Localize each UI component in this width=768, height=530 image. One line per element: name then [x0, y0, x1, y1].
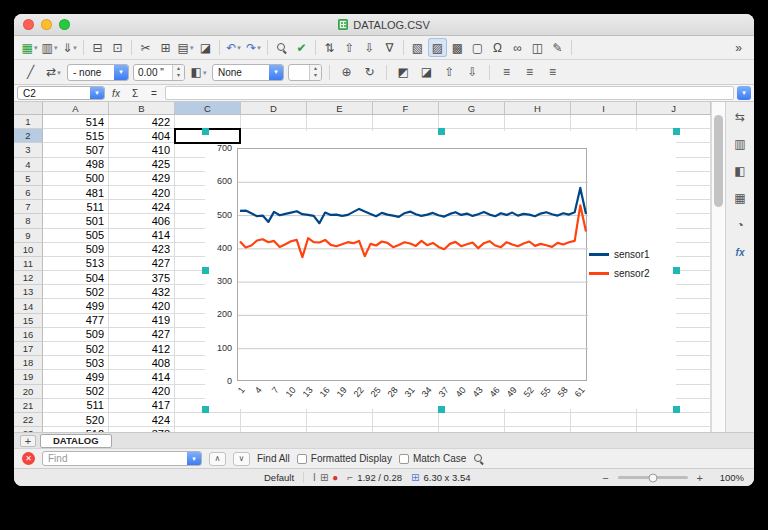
- cell-A22[interactable]: 520: [43, 413, 109, 427]
- cell-A13[interactable]: 502: [43, 285, 109, 299]
- selection-mode-icon[interactable]: ⊞: [320, 472, 328, 483]
- zoom-slider-thumb[interactable]: [648, 473, 657, 482]
- function-wizard-button[interactable]: fx: [108, 86, 124, 100]
- titlebar[interactable]: DATALOG.CSV: [14, 14, 754, 36]
- dropdown-caret-icon[interactable]: ▾: [73, 44, 77, 51]
- insert-comment-button[interactable]: ◫: [528, 38, 547, 57]
- sort-ascending-button[interactable]: ⇧: [340, 38, 359, 57]
- row-header-8[interactable]: 8: [14, 214, 43, 228]
- column-header-g[interactable]: G: [439, 102, 505, 114]
- to-foreground-button[interactable]: ◩: [394, 63, 413, 82]
- area-style-select-dropdown[interactable]: [269, 65, 283, 80]
- gallery-deck-icon[interactable]: ▦: [730, 189, 750, 207]
- insert-pivot-table-button[interactable]: ▩: [448, 38, 467, 57]
- cell-A21[interactable]: 511: [43, 399, 109, 413]
- sort-descending-button[interactable]: ⇩: [360, 38, 379, 57]
- sheet-tab-datalog[interactable]: DATALOG: [40, 434, 112, 448]
- document-modified-icon[interactable]: ●: [332, 472, 338, 483]
- chart-selection-handle[interactable]: [438, 406, 445, 413]
- line-style-select-dropdown[interactable]: [114, 65, 128, 80]
- row-header-3[interactable]: 3: [14, 143, 43, 157]
- row-header-14[interactable]: 14: [14, 299, 43, 313]
- cell-B17[interactable]: 412: [109, 342, 175, 356]
- save-button[interactable]: ⇓▾: [60, 38, 79, 57]
- line-width-input[interactable]: 0.00 "▴▾: [133, 64, 185, 81]
- print-preview-button[interactable]: ⊡: [108, 38, 127, 57]
- column-header-a[interactable]: A: [43, 102, 109, 114]
- row-header-4[interactable]: 4: [14, 158, 43, 172]
- hyperlink-button[interactable]: ∞: [508, 38, 527, 57]
- cell-A15[interactable]: 477: [43, 314, 109, 328]
- clone-formatting-button[interactable]: ◪: [196, 38, 215, 57]
- vertical-scrollbar-thumb[interactable]: [714, 115, 723, 207]
- new-spreadsheet-button[interactable]: ▦▾: [20, 38, 39, 57]
- cell-D1[interactable]: [241, 115, 307, 129]
- cell-B21[interactable]: 417: [109, 399, 175, 413]
- cell-J22[interactable]: [637, 413, 711, 427]
- find-replace-button[interactable]: [272, 38, 291, 57]
- row-header-20[interactable]: 20: [14, 385, 43, 399]
- column-header-j[interactable]: J: [637, 102, 711, 114]
- arrow-style-button[interactable]: ⇄▾: [44, 63, 63, 82]
- row-header-6[interactable]: 6: [14, 186, 43, 200]
- cell-C23[interactable]: [175, 427, 241, 432]
- row-header-10[interactable]: 10: [14, 243, 43, 257]
- chart-selection-handle[interactable]: [673, 128, 680, 135]
- dropdown-caret-icon[interactable]: ▾: [57, 69, 61, 76]
- row-header-13[interactable]: 13: [14, 285, 43, 299]
- cell-B13[interactable]: 432: [109, 285, 175, 299]
- rotate-button[interactable]: ↻: [360, 63, 379, 82]
- column-header-i[interactable]: I: [571, 102, 637, 114]
- cell-B20[interactable]: 420: [109, 385, 175, 399]
- zoom-level[interactable]: 100%: [712, 472, 744, 483]
- name-box-dropdown[interactable]: [90, 87, 104, 99]
- row-header-15[interactable]: 15: [14, 314, 43, 328]
- formatted-display-checkbox[interactable]: Formatted Display: [297, 453, 392, 464]
- cell-F1[interactable]: [373, 115, 439, 129]
- cell-B14[interactable]: 420: [109, 299, 175, 313]
- copy-button[interactable]: ⊞: [156, 38, 175, 57]
- find-previous-button[interactable]: ∧: [209, 452, 226, 466]
- functions-deck-icon[interactable]: fx: [730, 243, 750, 261]
- cell-B23[interactable]: 378: [109, 427, 175, 432]
- dropdown-caret-icon[interactable]: ▾: [203, 69, 207, 76]
- find-and-replace-icon[interactable]: [473, 453, 485, 465]
- chart-selection-handle[interactable]: [202, 267, 209, 274]
- cell-E22[interactable]: [307, 413, 373, 427]
- cell-I1[interactable]: [571, 115, 637, 129]
- cell-B8[interactable]: 406: [109, 214, 175, 228]
- cell-D22[interactable]: [241, 413, 307, 427]
- cell-A6[interactable]: 481: [43, 186, 109, 200]
- insert-image-button[interactable]: ▧: [408, 38, 427, 57]
- row-header-7[interactable]: 7: [14, 200, 43, 214]
- cell-A12[interactable]: 504: [43, 271, 109, 285]
- column-header-e[interactable]: E: [307, 102, 373, 114]
- minimize-button[interactable]: [41, 19, 52, 30]
- row-header-21[interactable]: 21: [14, 399, 43, 413]
- dropdown-caret-icon[interactable]: ▾: [190, 44, 194, 51]
- column-header-c[interactable]: C: [175, 102, 241, 114]
- cell-H23[interactable]: [505, 427, 571, 432]
- chart-selection-handle[interactable]: [673, 267, 680, 274]
- cell-B15[interactable]: 419: [109, 314, 175, 328]
- to-background-button[interactable]: ◪: [417, 63, 436, 82]
- formula-input[interactable]: [165, 86, 734, 100]
- page-style[interactable]: Default: [264, 472, 294, 483]
- row-header-5[interactable]: 5: [14, 172, 43, 186]
- zoom-out-button[interactable]: −: [602, 472, 608, 484]
- find-next-button[interactable]: ∨: [233, 452, 250, 466]
- cell-A16[interactable]: 509: [43, 328, 109, 342]
- cell-H1[interactable]: [505, 115, 571, 129]
- cell-A10[interactable]: 509: [43, 243, 109, 257]
- cell-B16[interactable]: 427: [109, 328, 175, 342]
- cell-A7[interactable]: 511: [43, 200, 109, 214]
- zoom-slider[interactable]: [618, 476, 688, 479]
- dropdown-caret-icon[interactable]: ▾: [34, 44, 38, 51]
- cell-I22[interactable]: [571, 413, 637, 427]
- row-header-18[interactable]: 18: [14, 356, 43, 370]
- cell-E23[interactable]: [307, 427, 373, 432]
- add-sheet-button[interactable]: +: [20, 435, 36, 447]
- column-header-f[interactable]: F: [373, 102, 439, 114]
- line-width-input-steppers[interactable]: ▴▾: [172, 65, 184, 80]
- chart-selection-handle[interactable]: [202, 406, 209, 413]
